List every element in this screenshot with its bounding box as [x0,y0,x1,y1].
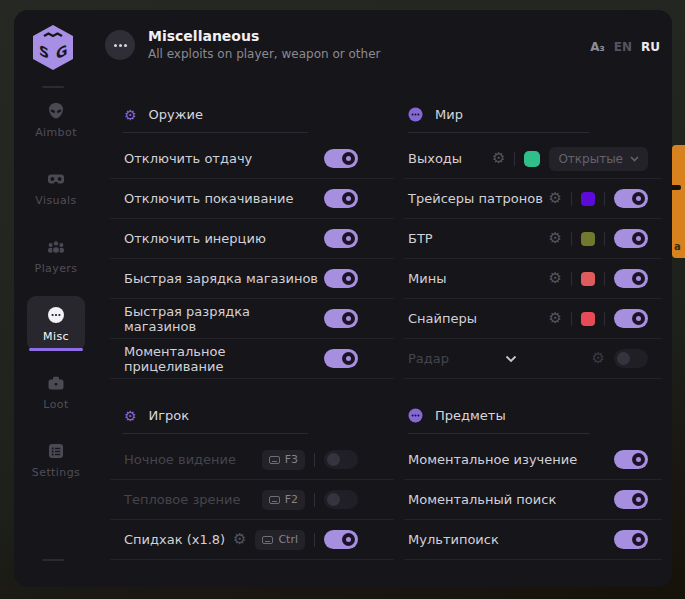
sidebar-item-label: Misc [43,330,69,343]
toggle-switch[interactable] [324,149,358,168]
color-swatch[interactable] [581,232,595,246]
row-fast-unload: Быстрая разрядка магазинов [110,299,394,339]
toggle-switch[interactable] [614,349,648,368]
toggle-switch[interactable] [324,450,358,469]
gear-icon[interactable]: ⚙ [549,311,562,326]
sidebar-item-misc[interactable]: Misc [27,296,85,351]
section-items: Предметы Моментальное изучение Моменталь… [404,389,662,560]
alien-icon [46,101,66,121]
sidebar-divider [42,559,64,561]
toggle-switch[interactable] [614,189,648,208]
toggle-switch[interactable] [614,490,648,509]
toggle-switch[interactable] [324,349,358,368]
row-instant-ads: Моментальное прицеливание [110,339,394,379]
sidebar-item-visuals[interactable]: Visuals [27,160,85,215]
color-swatch[interactable] [581,192,595,206]
column-right: Мир Выходы ⚙ Открытые Трейсеры патронов [404,88,662,560]
briefcase-icon [46,373,66,393]
row-no-sway: Отключить покачивание [110,179,394,219]
section-title: Мир [435,107,463,122]
lang-en-button[interactable]: EN [614,40,632,54]
keybind-badge[interactable]: Ctrl [255,530,305,550]
gear-icon[interactable]: ⚙ [549,271,562,286]
keybind-badge[interactable]: F3 [262,450,305,470]
row-no-recoil: Отключить отдачу [110,139,394,179]
section-divider [408,433,590,434]
row-no-inertia: Отключить инерцию [110,219,394,259]
toggle-switch[interactable] [614,309,648,328]
toggle-switch[interactable] [324,490,358,509]
vr-goggles-icon [46,169,66,189]
sidebar-divider [42,86,64,88]
sidebar-item-players[interactable]: Players [27,228,85,283]
translate-icon[interactable]: Aз [590,41,605,53]
page-header: Miscellaneous All exploits on player, we… [148,28,380,61]
gear-icon[interactable]: ⚙ [233,532,246,547]
sidebar-item-loot[interactable]: Loot [27,364,85,419]
gear-icon: ⚙ [124,108,137,122]
keyboard-icon [269,496,280,504]
sidebar-item-label: Loot [43,398,68,411]
row-instant-loot: Моментальный поиск [404,480,662,520]
radar-expand-chevron-icon[interactable] [505,355,517,363]
toggle-switch[interactable] [614,450,648,469]
toggle-switch[interactable] [614,229,648,248]
page-icon-ellipsis [105,30,135,60]
color-swatch[interactable] [524,151,540,167]
row-btr: БТР ⚙ [404,219,662,259]
toggle-switch[interactable] [324,229,358,248]
keyboard-icon [262,536,273,544]
row-multisearch: Мультипоиск [404,520,662,560]
page-title: Miscellaneous [148,28,380,44]
gear-icon[interactable]: ⚙ [492,151,505,166]
message-dots-icon [408,408,423,423]
settings-list-icon [46,441,66,461]
sidebar-item-settings[interactable]: Settings [27,432,85,487]
lang-ru-button[interactable]: RU [641,40,660,54]
section-title: Предметы [435,408,506,423]
row-bullet-tracers: Трейсеры патронов ⚙ [404,179,662,219]
row-snipers: Снайперы ⚙ [404,299,662,339]
app-logo-cube: S G [31,24,75,71]
ellipsis-circle-icon [46,305,66,325]
column-left: ⚙ Оружие Отключить отдачу Отключить пока… [110,88,394,560]
row-fast-reload: Быстрая зарядка магазинов [110,259,394,299]
sidebar-item-label: Settings [32,466,80,479]
toggle-switch[interactable] [324,309,358,328]
gear-icon[interactable]: ⚙ [549,231,562,246]
toggle-switch[interactable] [324,530,358,549]
row-exits: Выходы ⚙ Открытые [404,139,662,179]
row-mines: Мины ⚙ [404,259,662,299]
keybind-badge[interactable]: F2 [262,490,305,510]
section-weapon: ⚙ Оружие Отключить отдачу Отключить пока… [110,88,394,379]
gear-icon[interactable]: ⚙ [549,191,562,206]
toggle-switch[interactable] [614,269,648,288]
color-swatch[interactable] [581,272,595,286]
section-title: Игрок [149,408,190,423]
section-player: ⚙ Игрок Ночное видение F3 Тепловое зрени… [110,389,394,560]
sidebar-item-aimbot[interactable]: Aimbot [27,92,85,147]
exits-dropdown[interactable]: Открытые [549,147,648,171]
page-subtitle: All exploits on player, weapon or other [148,47,380,61]
row-thermal-vision: Тепловое зрение F2 [110,480,394,520]
message-dots-icon [408,107,423,122]
color-swatch[interactable] [581,312,595,326]
toggle-switch[interactable] [324,189,358,208]
section-world: Мир Выходы ⚙ Открытые Трейсеры патронов [404,88,662,379]
sidebar-item-label: Players [35,262,78,275]
game-background-object [672,145,685,258]
row-radar: Радар ⚙ [404,339,662,379]
row-night-vision: Ночное видение F3 [110,440,394,480]
toggle-switch[interactable] [324,269,358,288]
gear-icon[interactable]: ⚙ [592,351,605,366]
cheat-menu-window: S G Aimbot Visuals [14,10,672,587]
toggle-switch[interactable] [614,530,648,549]
sidebar-nav: Aimbot Visuals Players [14,92,98,487]
section-title: Оружие [149,107,203,122]
sidebar-item-label: Visuals [35,194,76,207]
gear-icon: ⚙ [124,409,137,423]
language-switcher: Aз EN RU [590,40,660,54]
section-divider [122,433,308,434]
people-icon [46,237,66,257]
row-instant-research: Моментальное изучение [404,440,662,480]
